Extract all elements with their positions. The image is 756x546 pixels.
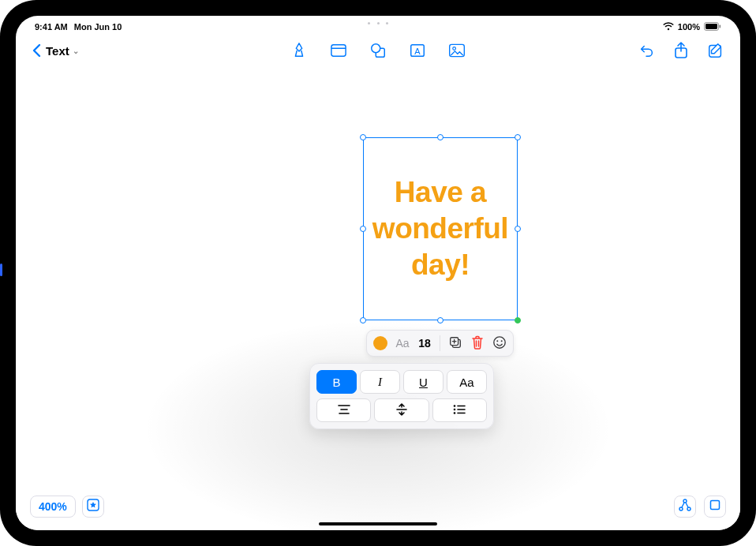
smiley-icon — [492, 335, 507, 352]
svg-rect-32 — [711, 501, 720, 510]
svg-point-30 — [679, 507, 683, 510]
resize-handle-top-left[interactable] — [360, 134, 366, 140]
compose-icon[interactable] — [707, 42, 724, 59]
svg-point-23 — [454, 408, 456, 410]
battery-percent: 100% — [678, 22, 700, 32]
delete-button[interactable] — [470, 335, 485, 352]
svg-point-22 — [454, 405, 456, 407]
back-button[interactable]: Text ⌄ — [32, 43, 79, 58]
svg-point-10 — [453, 47, 456, 50]
resize-handle-bottom-right[interactable] — [515, 317, 521, 323]
popover-divider — [440, 335, 440, 351]
text-format-panel: B I U Aa — [309, 363, 494, 429]
svg-point-17 — [501, 340, 503, 342]
italic-button[interactable]: I — [360, 370, 400, 394]
sticky-note-icon[interactable] — [330, 42, 347, 59]
svg-point-15 — [494, 336, 505, 347]
align-center-icon — [337, 404, 351, 417]
bottom-right-controls — [674, 496, 726, 518]
text-box-frame[interactable]: Have a wonderful day! — [363, 137, 518, 320]
svg-point-16 — [496, 340, 498, 342]
chevron-down-icon: ⌄ — [73, 47, 79, 55]
selected-text-box[interactable]: Have a wonderful day! — [363, 137, 518, 320]
ipad-device-frame: 9:41 AM Mon Jun 10 100% Text — [0, 0, 756, 546]
align-middle-icon — [395, 403, 408, 418]
svg-point-29 — [683, 499, 687, 503]
svg-point-24 — [454, 412, 456, 414]
home-indicator[interactable] — [319, 522, 437, 525]
graph-icon — [678, 499, 692, 514]
bullet-list-icon — [452, 404, 466, 417]
svg-rect-3 — [331, 45, 346, 57]
zoom-level-button[interactable]: 400% — [30, 496, 76, 518]
battery-icon — [704, 22, 721, 31]
main-toolbar: Text ⌄ A — [16, 36, 740, 65]
pen-tool-icon[interactable] — [290, 42, 308, 59]
status-time: 9:41 AM — [35, 22, 68, 32]
text-box-content[interactable]: Have a wonderful day! — [364, 174, 517, 284]
svg-text:A: A — [414, 47, 421, 56]
chevron-left-icon — [32, 43, 41, 58]
trash-icon — [471, 335, 484, 352]
image-icon[interactable] — [448, 42, 466, 59]
underline-button[interactable]: U — [403, 370, 443, 394]
document-title: Text — [46, 44, 69, 58]
frame-button[interactable] — [704, 496, 726, 518]
svg-rect-1 — [705, 24, 717, 29]
shapes-icon[interactable] — [369, 42, 387, 59]
text-color-button[interactable] — [373, 336, 387, 350]
share-icon[interactable] — [672, 42, 690, 59]
scene-graph-button[interactable] — [674, 496, 696, 518]
resize-handle-mid-left[interactable] — [360, 226, 366, 232]
navigator-button[interactable] — [82, 496, 104, 518]
document-title-button[interactable]: Text ⌄ — [46, 44, 79, 58]
square-icon — [709, 499, 720, 514]
side-indicator — [0, 264, 2, 276]
bottom-left-controls: 400% — [30, 496, 104, 518]
duplicate-icon — [448, 335, 462, 352]
svg-point-31 — [687, 507, 691, 510]
align-horizontal-button[interactable] — [316, 398, 371, 422]
resize-handle-top-right[interactable] — [515, 134, 521, 140]
freeform-canvas[interactable]: Have a wonderful day! Aa 18 — [16, 66, 740, 530]
list-button[interactable] — [432, 398, 487, 422]
text-case-button[interactable]: Aa — [447, 370, 487, 394]
screen: 9:41 AM Mon Jun 10 100% Text — [16, 16, 740, 530]
color-swatch-icon — [373, 336, 387, 350]
more-reactions-button[interactable] — [492, 335, 507, 352]
status-date: Mon Jun 10 — [74, 22, 122, 32]
text-quick-popover: Aa 18 — [366, 330, 514, 357]
duplicate-button[interactable] — [448, 335, 462, 352]
text-box-icon[interactable]: A — [409, 42, 426, 59]
align-vertical-button[interactable] — [374, 398, 429, 422]
star-box-icon — [87, 499, 99, 514]
resize-handle-bottom-mid[interactable] — [437, 317, 443, 323]
resize-handle-bottom-left[interactable] — [360, 317, 366, 323]
resize-handle-top-mid[interactable] — [437, 134, 443, 140]
resize-handle-mid-right[interactable] — [515, 226, 521, 232]
font-button[interactable]: Aa — [395, 337, 410, 350]
wifi-icon — [663, 22, 674, 31]
status-bar: 9:41 AM Mon Jun 10 100% — [16, 16, 740, 33]
svg-rect-2 — [720, 25, 721, 28]
bold-button[interactable]: B — [316, 370, 357, 394]
font-size-button[interactable]: 18 — [417, 337, 432, 350]
undo-icon[interactable] — [638, 42, 655, 59]
svg-point-6 — [372, 44, 380, 53]
